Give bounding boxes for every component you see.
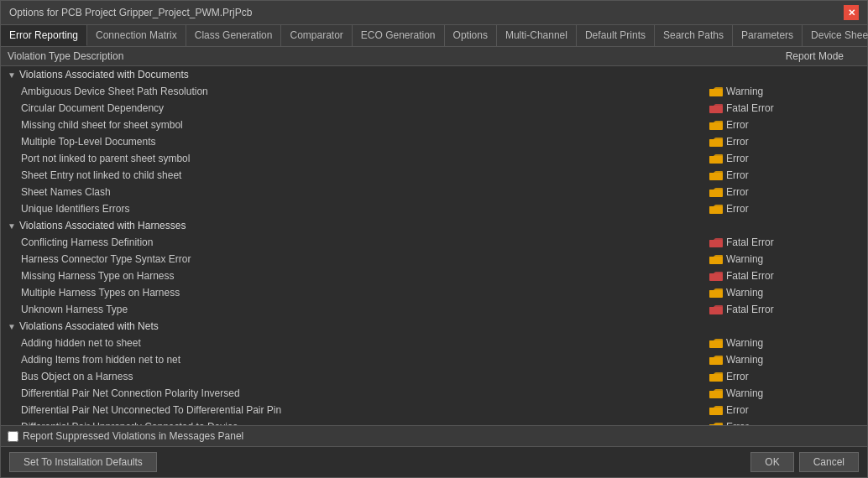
table-row[interactable]: Sheet Names Clash Error <box>1 184 867 200</box>
violation-desc: Sheet Names Clash <box>21 186 709 198</box>
svg-rect-14 <box>709 357 723 365</box>
dialog: Options for PCB Project Gripper_Project_… <box>0 0 868 478</box>
violation-mode[interactable]: Error <box>709 186 860 198</box>
violation-desc: Adding hidden net to sheet <box>21 337 709 349</box>
group-header[interactable]: ▼Violations Associated with Documents <box>1 66 867 83</box>
folder-icon <box>709 153 723 164</box>
folder-icon <box>709 304 723 314</box>
folder-icon <box>709 170 723 180</box>
set-defaults-button[interactable]: Set To Installation Defaults <box>9 452 157 472</box>
table-row[interactable]: Multiple Top-Level Documents Error <box>1 133 867 150</box>
tab-options[interactable]: Options <box>445 25 497 46</box>
group-header[interactable]: ▼Violations Associated with Harnesses <box>1 217 867 234</box>
folder-icon <box>709 204 723 214</box>
violation-desc: Differential Pair Net Connection Polarit… <box>21 387 709 399</box>
violation-mode[interactable]: Fatal Error <box>709 304 860 315</box>
violation-mode[interactable]: Warning <box>709 337 860 349</box>
mode-text: Error <box>726 186 749 198</box>
violation-mode[interactable]: Error <box>709 371 860 382</box>
group-header[interactable]: ▼Violations Associated with Nets <box>1 318 867 335</box>
table-row[interactable]: Harness Connector Type Syntax Error Warn… <box>1 251 867 268</box>
folder-icon <box>709 288 723 298</box>
folder-icon <box>709 103 723 113</box>
ok-button[interactable]: OK <box>750 452 793 472</box>
violation-mode[interactable]: Fatal Error <box>709 102 860 114</box>
mode-text: Warning <box>726 253 763 265</box>
violation-mode[interactable]: Error <box>709 203 860 215</box>
folder-icon <box>709 86 723 96</box>
violation-mode[interactable]: Fatal Error <box>709 270 860 282</box>
svg-rect-2 <box>709 122 723 130</box>
mode-text: Error <box>726 371 749 382</box>
violation-desc: Harness Connector Type Syntax Error <box>21 253 709 265</box>
violation-desc: Multiple Harness Types on Harness <box>21 287 709 299</box>
mode-text: Warning <box>726 387 763 399</box>
table-row[interactable]: Differential Pair Unproperly Connected t… <box>1 418 867 425</box>
folder-icon <box>709 405 723 415</box>
table-row[interactable]: Missing child sheet for sheet symbol Err… <box>1 117 867 133</box>
cancel-button[interactable]: Cancel <box>799 452 859 472</box>
collapse-triangle: ▼ <box>8 221 16 231</box>
violation-mode[interactable]: Fatal Error <box>709 236 860 248</box>
table-row[interactable]: Port not linked to parent sheet symbol E… <box>1 150 867 167</box>
folder-icon <box>709 120 723 130</box>
svg-rect-0 <box>709 89 723 96</box>
violation-desc: Differential Pair Net Unconnected To Dif… <box>21 404 709 416</box>
mode-text: Warning <box>726 337 763 349</box>
table-row[interactable]: Circular Document Dependency Fatal Error <box>1 100 867 117</box>
violation-mode[interactable]: Error <box>709 404 860 416</box>
violation-mode[interactable]: Error <box>709 119 860 131</box>
tab-device-sheets[interactable]: Device Sheets <box>803 25 868 46</box>
tab-connection-matrix[interactable]: Connection Matrix <box>87 25 186 46</box>
table-body[interactable]: ▼Violations Associated with Documents Am… <box>1 66 867 425</box>
mode-text: Warning <box>726 287 763 299</box>
col-desc-header: Violation Type Description <box>8 50 709 62</box>
tab-error-reporting[interactable]: Error Reporting <box>1 25 87 46</box>
table-row[interactable]: Differential Pair Net Unconnected To Dif… <box>1 402 867 418</box>
violation-mode[interactable]: Warning <box>709 287 860 299</box>
violation-mode[interactable]: Warning <box>709 387 860 399</box>
title-bar: Options for PCB Project Gripper_Project_… <box>1 1 867 25</box>
table-row[interactable]: Multiple Harness Types on Harness Warnin… <box>1 284 867 301</box>
tab-class-generation[interactable]: Class Generation <box>186 25 282 46</box>
violation-desc: Unknown Harness Type <box>21 304 709 315</box>
bottom-bar: Report Suppressed Violations in Messages… <box>1 425 867 446</box>
tab-multi-channel[interactable]: Multi-Channel <box>497 25 577 46</box>
suppressed-violations-checkbox[interactable] <box>8 431 18 442</box>
close-button[interactable]: ✕ <box>844 5 859 20</box>
mode-text: Warning <box>726 86 763 97</box>
violation-mode[interactable]: Warning <box>709 354 860 366</box>
mode-text: Error <box>726 203 749 215</box>
footer: Set To Installation Defaults OK Cancel <box>1 446 867 477</box>
table-row[interactable]: Differential Pair Net Connection Polarit… <box>1 385 867 402</box>
table-row[interactable]: Missing Harness Type on Harness Fatal Er… <box>1 268 867 284</box>
table-row[interactable]: Adding Items from hidden net to net Warn… <box>1 351 867 368</box>
mode-text: Error <box>726 169 749 181</box>
group-label: Violations Associated with Documents <box>19 69 189 81</box>
mode-text: Error <box>726 404 749 416</box>
table-row[interactable]: Conflicting Harness Definition Fatal Err… <box>1 234 867 251</box>
suppressed-violations-label[interactable]: Report Suppressed Violations in Messages… <box>8 430 243 442</box>
table-row[interactable]: Unique Identifiers Errors Error <box>1 200 867 217</box>
violation-mode[interactable]: Error <box>709 153 860 164</box>
tab-eco-generation[interactable]: ECO Generation <box>353 25 445 46</box>
violation-mode[interactable]: Error <box>709 169 860 181</box>
tab-search-paths[interactable]: Search Paths <box>655 25 733 46</box>
mode-text: Error <box>726 119 749 131</box>
folder-icon <box>709 254 723 264</box>
tab-comparator[interactable]: Comparator <box>281 25 352 46</box>
violation-mode[interactable]: Warning <box>709 253 860 265</box>
mode-text: Fatal Error <box>726 270 774 282</box>
table-row[interactable]: Sheet Entry not linked to child sheet Er… <box>1 167 867 184</box>
table-row[interactable]: Ambiguous Device Sheet Path Resolution W… <box>1 83 867 100</box>
violation-desc: Sheet Entry not linked to child sheet <box>21 169 709 181</box>
violation-mode[interactable]: Error <box>709 136 860 148</box>
table-row[interactable]: Bus Object on a Harness Error <box>1 368 867 385</box>
folder-icon <box>709 422 723 425</box>
table-row[interactable]: Adding hidden net to sheet Warning <box>1 335 867 351</box>
tab-default-prints[interactable]: Default Prints <box>577 25 655 46</box>
violation-mode[interactable]: Warning <box>709 86 860 97</box>
tab-parameters[interactable]: Parameters <box>733 25 803 46</box>
table-row[interactable]: Unknown Harness Type Fatal Error <box>1 301 867 318</box>
folder-icon <box>709 371 723 382</box>
